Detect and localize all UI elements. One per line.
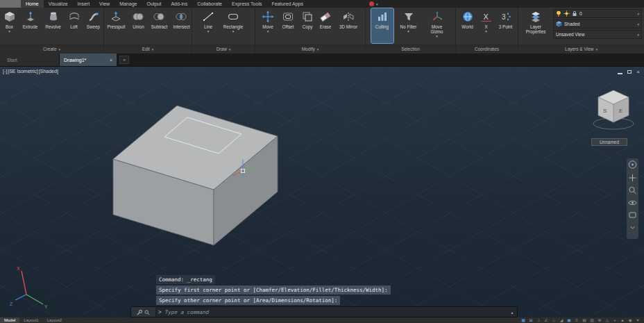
search-icon[interactable] xyxy=(144,306,150,318)
selection-cycling-icon[interactable]: ▥ xyxy=(588,317,595,323)
intersect-icon xyxy=(174,10,188,24)
new-drawing-button[interactable]: + xyxy=(119,56,129,64)
current-layer-value: 0 xyxy=(579,11,582,16)
presspull-button[interactable]: Presspull xyxy=(104,8,128,43)
command-input[interactable] xyxy=(164,308,507,316)
tab-drawing1[interactable]: Drawing1* × xyxy=(60,53,117,66)
close-icon[interactable]: × xyxy=(636,69,640,75)
isodraft-icon[interactable]: ◇ xyxy=(550,317,557,323)
viewport-canvas[interactable]: [-] [SE Isometric] [Shaded] × xyxy=(0,67,644,317)
tab-featured-apps[interactable]: Featured Apps xyxy=(266,0,308,8)
tab-view[interactable]: View xyxy=(94,0,115,8)
record-icon[interactable] xyxy=(369,1,374,6)
chevron-down-icon[interactable]: ▾ xyxy=(637,12,639,16)
view-control[interactable]: [SE Isometric] xyxy=(8,69,38,74)
chevron-down-icon[interactable]: ▾ xyxy=(637,22,639,26)
erase-button[interactable]: Erase xyxy=(317,8,334,43)
intersect-button[interactable]: Intersect xyxy=(171,8,192,43)
tab-insert[interactable]: Insert xyxy=(73,0,95,8)
subtract-button[interactable]: Subtract xyxy=(149,8,170,43)
workspace-icon[interactable]: ◉ xyxy=(627,317,634,323)
loft-button[interactable]: Loft xyxy=(66,8,83,43)
offset-button[interactable]: Offset xyxy=(278,8,298,43)
move-button[interactable]: Move ▾ xyxy=(259,8,277,43)
transparency-icon[interactable]: ▤ xyxy=(581,317,588,323)
tab-collaborate[interactable]: Collaborate xyxy=(192,0,227,8)
lineweight-icon[interactable]: ≡ xyxy=(573,317,580,323)
copy-button[interactable]: Copy xyxy=(299,8,316,43)
chevron-down-icon[interactable]: ▾ xyxy=(637,33,639,37)
revolve-button[interactable]: Revolve xyxy=(42,8,65,43)
presspull-icon xyxy=(109,10,123,24)
annotation-visibility-icon[interactable]: ▲ xyxy=(619,317,626,323)
grid-mode-icon[interactable]: ▦ xyxy=(520,317,527,323)
command-history-toggle[interactable]: ▴ xyxy=(507,310,517,315)
chevron-down-icon: ▾ xyxy=(232,30,235,34)
model-tab[interactable]: Model xyxy=(0,317,19,323)
tab-manage[interactable]: Manage xyxy=(115,0,142,8)
dynamic-ucs-icon[interactable]: △ xyxy=(604,317,611,323)
layer-properties-button[interactable]: Layer Properties xyxy=(520,8,551,43)
close-icon[interactable]: × xyxy=(110,58,112,63)
osnap-tracking-icon[interactable]: ◢ xyxy=(558,317,565,323)
chevron-down-icon: ▾ xyxy=(152,45,154,53)
three-point-ucs-button[interactable]: 3 3 Point xyxy=(495,8,517,43)
edit-panel-label[interactable]: Edit ▾ xyxy=(104,44,192,53)
tab-addins[interactable]: Add-ins xyxy=(166,0,192,8)
layer-properties-icon xyxy=(529,10,543,24)
view-name-label[interactable]: Unnamed xyxy=(591,138,627,146)
chevron-down-icon[interactable]: ▾ xyxy=(376,2,378,6)
modify-panel-label[interactable]: Modify ▾ xyxy=(255,44,365,53)
osnap-icon[interactable]: ▣ xyxy=(566,317,573,323)
layers-view-panel-label[interactable]: Layers & View ▾ xyxy=(518,44,644,53)
coordinates-panel-label[interactable]: Coordinates xyxy=(456,44,518,53)
tab-output[interactable]: Output xyxy=(142,0,166,8)
minimize-icon[interactable] xyxy=(618,73,622,74)
freeze-sun-icon[interactable] xyxy=(564,10,570,17)
create-panel-label[interactable]: Create ▾ xyxy=(0,44,103,53)
mirror-3d-button[interactable]: 3D Mirror xyxy=(335,8,362,43)
tab-express-tools[interactable]: Express Tools xyxy=(227,0,266,8)
rectangle-button[interactable]: Rectangle ▾ xyxy=(219,8,248,43)
layout2-tab[interactable]: Layout2 xyxy=(43,317,66,323)
bulb-icon[interactable] xyxy=(556,10,561,17)
line-button[interactable]: Line ▾ xyxy=(199,8,217,43)
tab-visualize[interactable]: Visualize xyxy=(44,0,73,8)
viewport-menu-control[interactable]: [-] xyxy=(3,69,7,74)
customization-icon[interactable]: ▾ xyxy=(634,317,641,323)
customize-wrench-icon[interactable] xyxy=(137,306,142,318)
3d-box[interactable] xyxy=(113,106,278,245)
erase-icon xyxy=(319,10,332,24)
snap-mode-icon[interactable]: ⊞ xyxy=(527,317,534,323)
culling-button[interactable]: Culling xyxy=(371,8,393,43)
polar-tracking-icon[interactable]: ∠ xyxy=(543,317,550,323)
quick-access-toolbar[interactable] xyxy=(0,0,21,8)
command-prompt-icon: > xyxy=(156,309,164,315)
ucs-x-button[interactable]: X X ▾ xyxy=(480,8,493,43)
layer-select[interactable]: 0 ▾ xyxy=(553,9,642,18)
navigation-bar[interactable] xyxy=(627,158,638,239)
tab-start[interactable]: Start xyxy=(0,53,60,66)
draw-panel-label[interactable]: Draw ▾ xyxy=(192,44,255,53)
restore-icon[interactable] xyxy=(627,70,632,74)
layers-view-panel: Layer Properties 0 ▾ Shaded xyxy=(518,8,644,53)
world-ucs-button[interactable]: World xyxy=(457,8,478,43)
visual-style-control[interactable]: [Shaded] xyxy=(39,69,58,74)
move-gizmo-button[interactable]: Move Gizmo ▾ xyxy=(424,8,450,43)
no-filter-button[interactable]: No Filter ▾ xyxy=(395,8,423,43)
layout1-tab[interactable]: Layout1 xyxy=(19,317,42,323)
3d-osnap-icon[interactable]: ⊕ xyxy=(596,317,603,323)
box-button[interactable]: Box ▾ xyxy=(1,8,19,43)
lock-icon[interactable] xyxy=(572,10,577,17)
tab-home[interactable]: Home xyxy=(21,0,44,8)
union-button[interactable]: Union xyxy=(130,8,147,43)
dynamic-input-icon[interactable]: + xyxy=(611,317,618,323)
extrude-button[interactable]: Extrude xyxy=(20,8,41,43)
named-view-select[interactable]: Unsaved View ▾ xyxy=(553,30,642,39)
sweep-button[interactable]: Sweep xyxy=(84,8,103,43)
ucs-icon[interactable]: X Y Z xyxy=(10,266,48,309)
visual-style-select[interactable]: Shaded ▾ xyxy=(553,19,642,28)
viewcube[interactable]: S E xyxy=(593,90,634,129)
ortho-mode-icon[interactable]: ⊥ xyxy=(535,317,542,323)
selection-panel-label[interactable]: Selection xyxy=(366,44,455,53)
